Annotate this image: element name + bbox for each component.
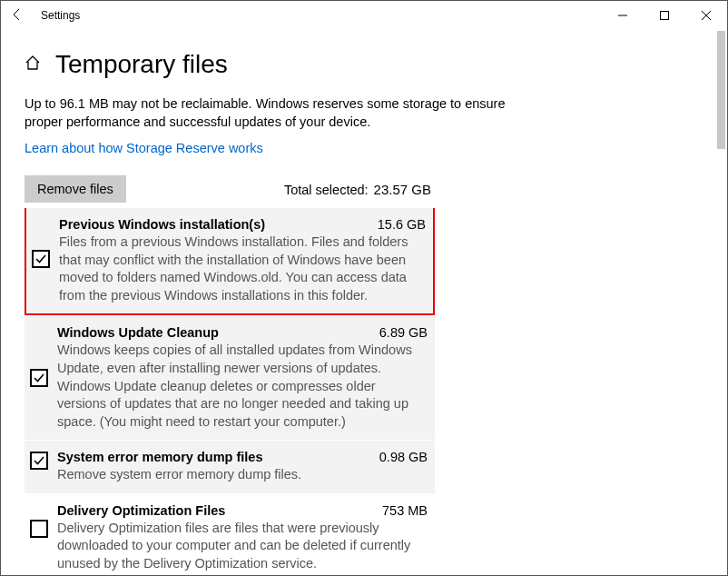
home-icon[interactable] (25, 55, 41, 74)
scrollbar-thumb[interactable] (717, 31, 725, 149)
item-description: Files from a previous Windows installati… (59, 233, 426, 304)
item-title: Delivery Optimization Files (57, 503, 225, 518)
scrollbar[interactable] (715, 31, 727, 574)
page-title: Temporary files (55, 50, 228, 79)
list-item[interactable]: Previous Windows installation(s) 15.6 GB… (25, 208, 435, 315)
svg-rect-1 (661, 12, 669, 20)
checkbox[interactable] (30, 520, 48, 538)
item-size: 15.6 GB (378, 217, 426, 232)
list-item[interactable]: System error memory dump files 0.98 GB R… (25, 440, 435, 493)
item-size: 0.98 GB (379, 450, 428, 464)
minimize-button[interactable] (602, 1, 644, 30)
item-title: Windows Update Cleanup (57, 325, 219, 340)
maximize-button[interactable] (644, 1, 685, 30)
content-area: Temporary files Up to 96.1 MB may not be… (1, 30, 727, 575)
window-title: Settings (41, 9, 80, 22)
list-item[interactable]: Delivery Optimization Files 753 MB Deliv… (25, 493, 435, 575)
total-selected: Total selected: 23.57 GB (284, 182, 431, 197)
item-description: Delivery Optimization files are files th… (57, 520, 428, 573)
close-button[interactable] (685, 1, 727, 30)
checkbox[interactable] (30, 452, 48, 470)
item-size: 6.89 GB (379, 325, 428, 340)
item-description: Windows keeps copies of all installed up… (57, 342, 428, 431)
storage-reserve-link[interactable]: Learn about how Storage Reserve works (25, 141, 263, 155)
checkbox[interactable] (32, 250, 50, 268)
settings-window: Settings Temporary files Up to 96.1 MB m… (0, 0, 728, 576)
checkbox[interactable] (30, 369, 48, 387)
window-controls (602, 1, 727, 30)
total-value: 23.57 GB (374, 182, 431, 197)
total-label: Total selected: (284, 183, 369, 197)
titlebar: Settings (1, 1, 727, 30)
back-icon[interactable] (10, 7, 25, 25)
item-size: 753 MB (382, 503, 428, 518)
item-title: System error memory dump files (57, 450, 262, 464)
intro-text: Up to 96.1 MB may not be reclaimable. Wi… (25, 95, 533, 131)
remove-files-button[interactable]: Remove files (25, 175, 126, 203)
item-title: Previous Windows installation(s) (59, 217, 265, 232)
temp-files-list: Previous Windows installation(s) 15.6 GB… (25, 208, 435, 575)
list-item[interactable]: Windows Update Cleanup 6.89 GB Windows k… (25, 315, 435, 440)
item-description: Remove system error memory dump files. (57, 466, 428, 484)
